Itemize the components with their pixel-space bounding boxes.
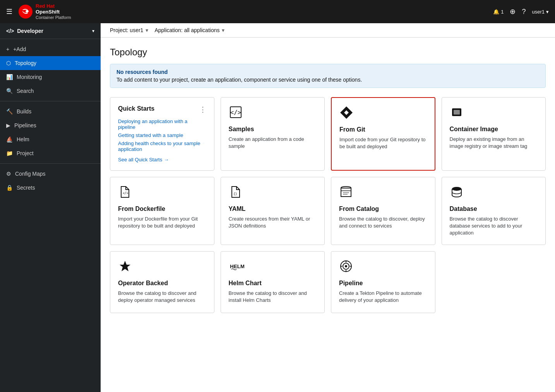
svg-point-17 [345, 265, 347, 267]
quick-starts-card[interactable]: Quick Starts ⋮ Deploying an application … [110, 97, 214, 171]
helm-nav-icon: ⛵ [6, 136, 13, 142]
application-chevron-icon: ▾ [222, 27, 224, 33]
dev-switcher[interactable]: </> Developer ▾ [0, 23, 101, 39]
project-icon: 📁 [6, 150, 13, 156]
hamburger-menu[interactable]: ☰ [6, 7, 12, 16]
database-desc: Browse the catalog to discover database … [450, 216, 538, 237]
alert-title: No resources found [116, 69, 539, 75]
sidebar: </> Developer ▾ + +Add ⬡ Topology 📊 Moni… [0, 23, 101, 392]
dev-switcher-chevron-icon: ▾ [92, 28, 94, 34]
application-label: Application: all applications [154, 27, 219, 33]
notifications-button[interactable]: 🔔 1 [493, 9, 504, 15]
container-image-desc: Deploy an existing image from an image r… [450, 136, 538, 150]
operator-backed-card[interactable]: Operator Backed Browse the catalog to di… [110, 251, 214, 313]
sidebar-item-monitoring[interactable]: 📊 Monitoring [0, 70, 101, 84]
svg-point-0 [19, 5, 33, 19]
pipeline-title: Pipeline [339, 280, 427, 287]
sidebar-item-add[interactable]: + +Add [0, 42, 101, 56]
svg-rect-5 [454, 110, 460, 115]
sidebar-item-pipelines[interactable]: ▶ Pipelines [0, 118, 101, 132]
sidebar-item-search[interactable]: 🔍 Search [0, 84, 101, 98]
brand-sub: Container Platform [36, 15, 71, 20]
application-selector[interactable]: Application: all applications ▾ [154, 27, 224, 33]
qs-link-2[interactable]: Getting started with a sample [118, 132, 206, 138]
svg-text:HELM: HELM [230, 264, 244, 269]
yaml-card[interactable]: {} YAML Create resources from their YAML… [221, 177, 325, 245]
add-icon[interactable]: ⊕ [510, 7, 516, 16]
container-image-card[interactable]: Container Image Deploy an existing image… [442, 97, 546, 171]
helm-chart-card[interactable]: HELM Helm Chart Browse the catalog to di… [221, 251, 325, 313]
plus-icon: + [6, 46, 9, 52]
sidebar-item-secrets[interactable]: 🔒 Secrets [0, 181, 101, 195]
topology-icon: ⬡ [6, 60, 11, 66]
sub-header: Project: user1 ▾ Application: all applic… [101, 23, 555, 38]
arrow-right-icon: → [164, 157, 169, 163]
project-selector[interactable]: Project: user1 ▾ [110, 27, 148, 33]
sidebar-item-pipelines-label: Pipelines [14, 122, 36, 128]
user-menu[interactable]: user1 ▾ [532, 9, 549, 15]
operator-backed-desc: Browse the catalog to discover and deplo… [118, 290, 206, 304]
pipeline-icon [339, 259, 427, 275]
database-icon [450, 185, 538, 201]
pipeline-card[interactable]: Pipeline Create a Tekton Pipeline to aut… [331, 251, 435, 313]
brand-openshift: OpenShift [36, 9, 71, 15]
help-icon[interactable]: ? [522, 8, 526, 16]
helm-chart-icon: HELM [229, 259, 317, 275]
sidebar-item-secrets-label: Secrets [17, 185, 35, 191]
page-title: Topology [110, 47, 546, 58]
user-chevron-icon: ▾ [546, 9, 549, 15]
sidebar-item-monitoring-label: Monitoring [17, 74, 42, 80]
top-header: ☰ Red Hat OpenShift Container Platform 🔔… [0, 0, 555, 23]
from-catalog-card[interactable]: From Catalog Browse the catalog to disco… [331, 177, 435, 245]
sidebar-item-helm[interactable]: ⛵ Helm [0, 132, 101, 146]
operator-backed-title: Operator Backed [118, 280, 206, 287]
cards-grid: Quick Starts ⋮ Deploying an application … [110, 97, 546, 313]
qs-menu-icon[interactable]: ⋮ [199, 105, 206, 114]
pipeline-desc: Create a Tekton Pipeline to automate del… [339, 290, 427, 304]
dev-label: </> Developer [6, 28, 43, 34]
project-label: Project: user1 [110, 27, 143, 33]
bell-icon: 🔔 [493, 9, 499, 15]
sidebar-item-project[interactable]: 📁 Project [0, 146, 101, 160]
sidebar-item-topology-label: Topology [15, 60, 36, 66]
from-catalog-desc: Browse the catalog to discover, deploy a… [339, 216, 427, 229]
qs-see-all[interactable]: See all Quick Starts → [118, 157, 206, 163]
sidebar-item-helm-label: Helm [17, 136, 29, 142]
brand-text: Red Hat OpenShift Container Platform [36, 3, 71, 20]
qs-link-1[interactable]: Deploying an application with a pipeline [118, 118, 206, 130]
database-card[interactable]: Database Browse the catalog to discover … [442, 177, 546, 245]
sidebar-divider-2 [0, 163, 101, 164]
samples-card[interactable]: </> Samples Create an application from a… [221, 97, 325, 171]
sidebar-nav: + +Add ⬡ Topology 📊 Monitoring 🔍 Search … [0, 39, 101, 198]
sidebar-item-builds-label: Builds [17, 108, 31, 115]
helm-chart-title: Helm Chart [229, 280, 317, 287]
sidebar-item-topology[interactable]: ⬡ Topology [0, 56, 101, 70]
page-content: Topology No resources found To add conte… [101, 38, 555, 322]
from-catalog-title: From Catalog [339, 205, 427, 212]
qs-link-3[interactable]: Adding health checks to your sample appl… [118, 140, 206, 152]
yaml-icon: {} [229, 185, 317, 201]
from-git-card[interactable]: From Git Import code from your Git repos… [331, 97, 435, 171]
container-image-title: Container Image [450, 126, 538, 133]
main-content: Project: user1 ▾ Application: all applic… [101, 23, 555, 392]
sidebar-item-builds[interactable]: 🔨 Builds [0, 104, 101, 118]
qs-links: Deploying an application with a pipeline… [118, 118, 206, 152]
config-maps-icon: ⚙ [6, 171, 11, 177]
app-layout: </> Developer ▾ + +Add ⬡ Topology 📊 Moni… [0, 23, 555, 392]
svg-point-3 [345, 111, 348, 114]
catalog-icon [339, 185, 427, 201]
yaml-title: YAML [229, 205, 317, 212]
brand-redhat: Red Hat [36, 3, 71, 9]
sidebar-item-search-label: Search [17, 88, 34, 94]
operator-backed-icon [118, 259, 206, 275]
sidebar-divider-1 [0, 101, 101, 101]
from-git-desc: Import code from your Git repository to … [339, 136, 427, 150]
from-dockerfile-card[interactable]: </> From Dockerfile Import your Dockerfi… [110, 177, 214, 245]
sidebar-item-config-maps[interactable]: ⚙ Config Maps [0, 167, 101, 181]
dockerfile-icon: </> [118, 185, 206, 201]
secrets-icon: 🔒 [6, 185, 13, 191]
code-icon: </> [6, 28, 14, 34]
svg-text:{}: {} [233, 192, 237, 196]
yaml-desc: Create resources from their YAML or JSON… [229, 216, 317, 229]
helm-chart-desc: Browse the catalog to discover and insta… [229, 290, 317, 304]
